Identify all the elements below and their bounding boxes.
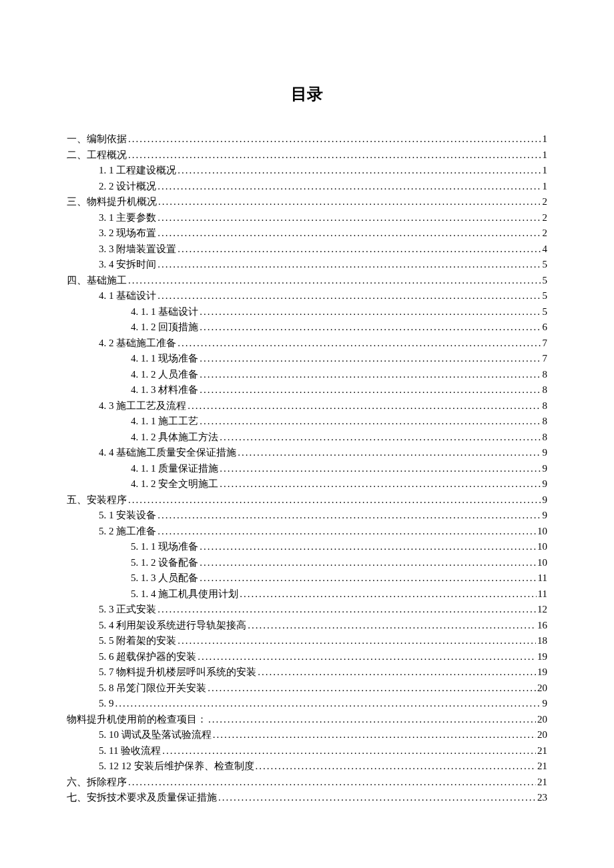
toc-entry-leader: [158, 524, 536, 540]
toc-entry-label: 四、基础施工: [67, 273, 127, 289]
toc-entry: 4. 1. 1 质量保证措施9: [67, 461, 547, 477]
toc-entry-label: 七、安拆技术要求及质量保证措施: [67, 790, 217, 806]
toc-entry: 5. 1. 2 设备配备10: [67, 555, 547, 571]
toc-entry-page: 4: [543, 242, 548, 258]
toc-entry: 5. 12 12 安装后维护保养、检查制度21: [67, 759, 547, 775]
toc-entry: 六、拆除程序21: [67, 775, 547, 791]
toc-entry: 4. 3 施工工艺及流程8: [67, 398, 547, 414]
toc-entry-leader: [158, 602, 536, 618]
toc-entry-page: 8: [543, 398, 548, 414]
toc-entry-page: 16: [537, 618, 547, 634]
toc-entry-leader: [158, 288, 541, 304]
toc-entry-label: 5. 11 验收流程: [99, 743, 161, 759]
toc-entry-page: 10: [537, 524, 547, 540]
toc-entry: 4. 1. 1 现场准备7: [67, 351, 547, 367]
toc-entry-page: 2: [543, 194, 548, 210]
toc-entry-label: 5. 12 12 安装后维护保养、检查制度: [99, 759, 254, 775]
toc-entry: 5. 6 超载保护器的安装19: [67, 649, 547, 665]
toc-entry-page: 1: [543, 179, 548, 195]
toc-entry-page: 9: [543, 492, 548, 508]
toc-entry: 五、安装程序9: [67, 492, 547, 508]
toc-entry-leader: [220, 461, 541, 477]
toc-entry: 5. 1 安装设备9: [67, 508, 547, 524]
toc-entry: 5. 8 吊笼门限位开关安装20: [67, 681, 547, 697]
toc-entry-page: 5: [543, 304, 548, 320]
toc-entry: 1. 1 工程建设概况1: [67, 163, 547, 179]
toc-entry-page: 7: [543, 336, 548, 352]
toc-entry-leader: [128, 775, 536, 791]
toc-entry-label: 3. 4 安拆时间: [99, 257, 156, 273]
toc-entry-label: 5. 1 安装设备: [99, 508, 156, 524]
toc-entry-leader: [162, 743, 536, 759]
toc-entry: 5. 11 验收流程21: [67, 743, 547, 759]
toc-entry-label: 4. 1. 2 安全文明施工: [131, 476, 218, 492]
toc-entry-page: 20: [537, 681, 547, 697]
toc-entry-label: 4. 1. 2 回顶措施: [131, 320, 198, 336]
toc-entry-leader: [128, 147, 541, 163]
toc-entry-page: 2: [543, 226, 548, 242]
toc-entry-page: 11: [538, 586, 547, 602]
toc-entry-label: 4. 1. 2 人员准备: [131, 367, 198, 383]
toc-entry-leader: [128, 273, 541, 289]
toc-entry-label: 4. 2 基础施工准备: [99, 336, 176, 352]
toc-entry-label: 4. 3 施工工艺及流程: [99, 398, 186, 414]
toc-entry-page: 23: [537, 790, 547, 806]
toc-entry-leader: [200, 320, 541, 336]
toc-title: 目录: [67, 83, 547, 105]
toc-entry-leader: [158, 194, 541, 210]
toc-entry-leader: [220, 430, 541, 446]
toc-entry-label: 4. 1. 1 施工工艺: [131, 414, 198, 430]
toc-entry-page: 1: [543, 131, 548, 147]
toc-entry: 5. 7 物料提升机楼层呼叫系统的安装19: [67, 665, 547, 681]
toc-entry: 4. 1. 2 具体施工方法8: [67, 430, 547, 446]
toc-entry-leader: [128, 492, 541, 508]
toc-entry-page: 8: [543, 414, 548, 430]
toc-entry-label: 3. 2 现场布置: [99, 226, 156, 242]
toc-entry-label: 1. 1 工程建设概况: [99, 163, 176, 179]
toc-entry-label: 物料提升机使用前的检查项目：: [67, 712, 207, 728]
toc-entry-page: 20: [537, 712, 547, 728]
toc-entry-label: 5. 9: [99, 696, 114, 712]
toc-entry-leader: [200, 304, 541, 320]
toc-entry-label: 六、拆除程序: [67, 775, 127, 791]
toc-entry-leader: [200, 414, 541, 430]
toc-entry-leader: [178, 336, 541, 352]
toc-entry-leader: [158, 179, 541, 195]
toc-entry: 3. 3 附墙装置设置4: [67, 242, 547, 258]
toc-entry: 二、工程概况1: [67, 147, 547, 163]
toc-entry-leader: [218, 790, 536, 806]
toc-entry: 三、物料提升机概况2: [67, 194, 547, 210]
toc-entry-page: 9: [543, 445, 548, 461]
toc-entry: 3. 2 现场布置2: [67, 226, 547, 242]
toc-entry-leader: [158, 210, 541, 226]
toc-entry: 物料提升机使用前的检查项目：20: [67, 712, 547, 728]
toc-entry-label: 4. 1. 1 现场准备: [131, 351, 198, 367]
toc-entry-leader: [200, 555, 536, 571]
toc-entry-leader: [178, 633, 536, 649]
toc-entry-leader: [178, 163, 541, 179]
toc-entry-label: 3. 1 主要参数: [99, 210, 156, 226]
toc-entry-page: 21: [537, 743, 547, 759]
toc-entry-leader: [198, 649, 536, 665]
toc-entry: 5. 2 施工准备10: [67, 524, 547, 540]
toc-entry: 3. 1 主要参数2: [67, 210, 547, 226]
toc-entry-leader: [208, 712, 536, 728]
toc-entry-label: 二、工程概况: [67, 147, 127, 163]
toc-entry-leader: [200, 570, 536, 586]
toc-entry-label: 5. 1. 3 人员配备: [131, 570, 198, 586]
toc-entry-page: 8: [543, 430, 548, 446]
toc-entry-page: 10: [537, 539, 547, 555]
toc-entry-page: 9: [543, 696, 548, 712]
toc-entry-page: 20: [537, 727, 547, 743]
toc-entry-label: 5. 4 利用架设系统进行导轨架接高: [99, 618, 246, 634]
toc-entry-label: 2. 2 设计概况: [99, 179, 156, 195]
toc-entry: 4. 1. 1 施工工艺8: [67, 414, 547, 430]
toc-entry-page: 9: [543, 461, 548, 477]
toc-entry-page: 18: [537, 633, 547, 649]
toc-entry-label: 5. 2 施工准备: [99, 524, 156, 540]
toc-entry: 4. 2 基础施工准备7: [67, 336, 547, 352]
toc-entry-leader: [256, 759, 537, 775]
toc-entry: 4. 1. 2 安全文明施工9: [67, 476, 547, 492]
toc-entry-label: 3. 3 附墙装置设置: [99, 242, 176, 258]
toc-entry-leader: [158, 226, 541, 242]
